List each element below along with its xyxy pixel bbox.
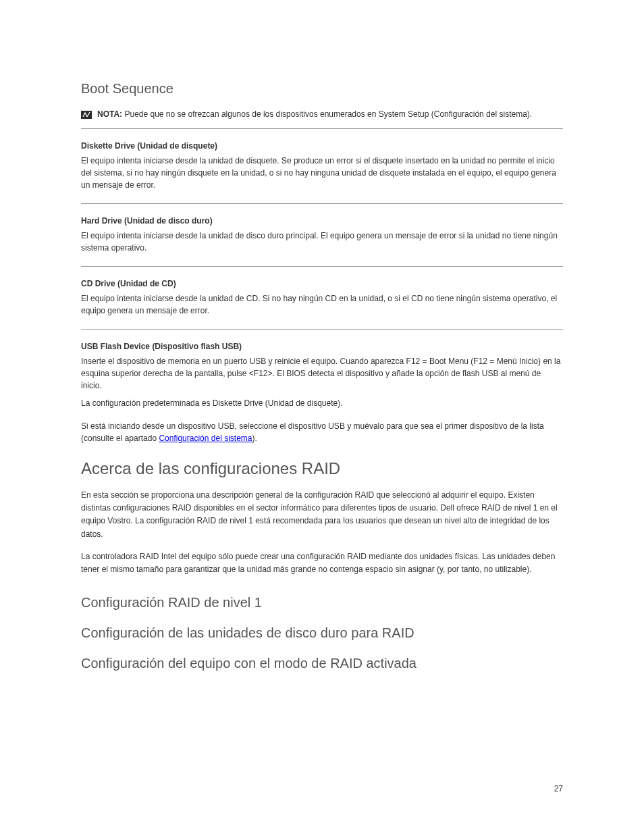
option-name: CD Drive (Unidad de CD) (81, 279, 563, 288)
option-name: Hard Drive (Unidad de disco duro) (81, 216, 563, 226)
usb-boot-note: Si está iniciando desde un dispositivo U… (81, 420, 563, 444)
stub-sections: Configuración RAID de nivel 1 Configurac… (81, 595, 563, 671)
option-name: USB Flash Device (Dispositivo flash USB) (81, 342, 563, 351)
page-number: 27 (554, 784, 563, 793)
note-row: NOTA: Puede que no se ofrezcan algunos d… (81, 109, 563, 120)
divider (81, 266, 563, 267)
note-body: Puede que no se ofrezcan algunos de los … (124, 109, 532, 119)
option-diskette: Diskette Drive (Unidad de disquete) El e… (81, 141, 563, 191)
divider (81, 329, 563, 330)
stub-heading-raid1: Configuración RAID de nivel 1 (81, 595, 563, 610)
note-icon (81, 109, 92, 120)
divider (81, 203, 563, 204)
option-name: Diskette Drive (Unidad de disquete) (81, 141, 563, 151)
after-text-prefix: Si está iniciando desde un dispositivo U… (81, 421, 544, 443)
note-text: NOTA: Puede que no se ofrezcan algunos d… (97, 109, 532, 120)
raid-para-1: En esta sección se proporciona una descr… (81, 489, 563, 541)
option-desc: Inserte el dispositivo de memoria en un … (81, 355, 563, 392)
option-desc: El equipo intenta iniciarse desde la uni… (81, 155, 563, 191)
stub-heading-config-raid-mode: Configuración del equipo con el modo de … (81, 656, 563, 671)
option-desc: El equipo intenta iniciarse desde la uni… (81, 230, 563, 254)
option-usbflash: USB Flash Device (Dispositivo flash USB)… (81, 342, 563, 408)
link-system-setup[interactable]: Configuración del sistema (159, 434, 252, 443)
after-text-suffix: ). (252, 434, 257, 443)
option-desc: El equipo intenta iniciarse desde la uni… (81, 292, 563, 317)
note-label: NOTA: (97, 109, 122, 119)
stub-heading-config-hdd: Configuración de las unidades de disco d… (81, 625, 563, 641)
option-default: La configuración predeterminada es Diske… (81, 398, 563, 408)
heading-boot-sequence: Boot Sequence (81, 81, 563, 97)
raid-para-2: La controladora RAID Intel del equipo só… (81, 550, 563, 576)
option-harddrive: Hard Drive (Unidad de disco duro) El equ… (81, 216, 563, 254)
heading-raid: Acerca de las configuraciones RAID (81, 459, 563, 478)
option-cddrive: CD Drive (Unidad de CD) El equipo intent… (81, 279, 563, 317)
divider (81, 128, 563, 129)
